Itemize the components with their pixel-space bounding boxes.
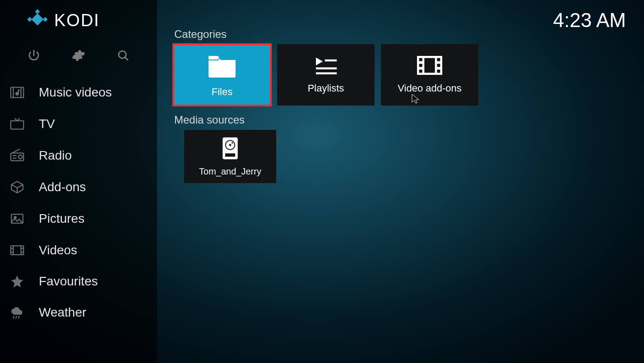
media-sources-row: Tom_and_Jerry bbox=[173, 130, 628, 183]
tile-label: Files bbox=[212, 86, 232, 98]
power-button[interactable] bbox=[27, 49, 41, 64]
radio-icon bbox=[6, 148, 28, 163]
menu-item-favourites[interactable]: Favourites bbox=[4, 266, 157, 297]
menu-label: Music videos bbox=[39, 85, 112, 100]
search-button[interactable] bbox=[116, 49, 130, 64]
media-label: Tom_and_Jerry bbox=[199, 166, 261, 177]
category-tile-files[interactable]: Files bbox=[173, 44, 271, 106]
menu-item-pictures[interactable]: Pictures bbox=[4, 203, 157, 234]
svg-rect-30 bbox=[325, 60, 337, 61]
svg-line-27 bbox=[16, 317, 16, 318]
svg-rect-36 bbox=[419, 69, 422, 73]
svg-rect-39 bbox=[437, 69, 440, 73]
menu-label: Favourites bbox=[39, 274, 98, 289]
svg-rect-32 bbox=[316, 72, 337, 74]
menu-item-weather[interactable]: Weather bbox=[4, 297, 157, 328]
film-icon bbox=[417, 55, 442, 77]
kodi-logo-icon bbox=[27, 9, 48, 32]
svg-rect-34 bbox=[419, 58, 422, 61]
menu-label: Weather bbox=[39, 305, 86, 320]
svg-rect-3 bbox=[31, 13, 43, 25]
menu-label: Add-ons bbox=[39, 180, 86, 194]
menu-item-tv[interactable]: TV bbox=[4, 108, 157, 140]
svg-point-45 bbox=[232, 142, 233, 143]
folder-icon bbox=[204, 52, 240, 81]
svg-line-28 bbox=[19, 317, 19, 318]
disk-icon bbox=[219, 137, 241, 162]
sidebar-toolbar bbox=[0, 40, 157, 77]
clock: 4:23 AM bbox=[553, 9, 626, 32]
weather-icon bbox=[6, 305, 28, 320]
category-tile-playlists[interactable]: Playlists bbox=[277, 44, 375, 106]
main-menu: Music videos TV bbox=[0, 77, 157, 328]
brand-name: KODI bbox=[54, 11, 100, 30]
main-content: 4:23 AM Categories Files bbox=[157, 0, 644, 363]
music-video-icon bbox=[6, 85, 28, 100]
sidebar: KODI bbox=[0, 0, 157, 363]
svg-line-26 bbox=[14, 317, 14, 318]
svg-rect-46 bbox=[225, 153, 235, 156]
svg-rect-11 bbox=[11, 153, 23, 161]
svg-point-12 bbox=[19, 155, 23, 159]
playlist-icon bbox=[313, 55, 338, 77]
media-source-tile-tom-jerry[interactable]: Tom_and_Jerry bbox=[184, 130, 276, 183]
menu-label: Pictures bbox=[39, 211, 84, 226]
svg-point-44 bbox=[229, 144, 232, 146]
svg-rect-37 bbox=[437, 58, 440, 61]
menu-label: Videos bbox=[39, 243, 77, 257]
svg-line-5 bbox=[125, 57, 128, 60]
star-icon bbox=[6, 274, 28, 289]
settings-button[interactable] bbox=[72, 49, 85, 64]
svg-rect-35 bbox=[419, 64, 422, 67]
categories-row: Files Playlists bbox=[173, 44, 628, 106]
media-sources-title: Media sources bbox=[174, 114, 628, 126]
menu-item-videos[interactable]: Videos bbox=[4, 234, 157, 266]
videos-icon bbox=[6, 243, 28, 258]
category-tile-video-addons[interactable]: Video add-ons bbox=[381, 44, 478, 106]
svg-line-15 bbox=[12, 149, 20, 153]
menu-item-radio[interactable]: Radio bbox=[4, 140, 157, 171]
brand: KODI bbox=[0, 9, 157, 40]
menu-item-music-videos[interactable]: Music videos bbox=[4, 77, 157, 108]
menu-label: Radio bbox=[39, 148, 72, 163]
svg-rect-31 bbox=[316, 67, 337, 69]
tv-icon bbox=[6, 116, 28, 132]
svg-rect-38 bbox=[437, 64, 440, 67]
svg-marker-29 bbox=[316, 57, 323, 65]
tile-label: Video add-ons bbox=[398, 83, 462, 94]
menu-item-addons[interactable]: Add-ons bbox=[4, 171, 157, 203]
svg-rect-19 bbox=[11, 246, 23, 255]
addons-icon bbox=[6, 179, 28, 195]
menu-label: TV bbox=[39, 117, 55, 131]
svg-rect-10 bbox=[11, 121, 23, 129]
svg-rect-40 bbox=[424, 58, 435, 73]
pictures-icon bbox=[6, 211, 28, 226]
tile-label: Playlists bbox=[308, 83, 344, 94]
